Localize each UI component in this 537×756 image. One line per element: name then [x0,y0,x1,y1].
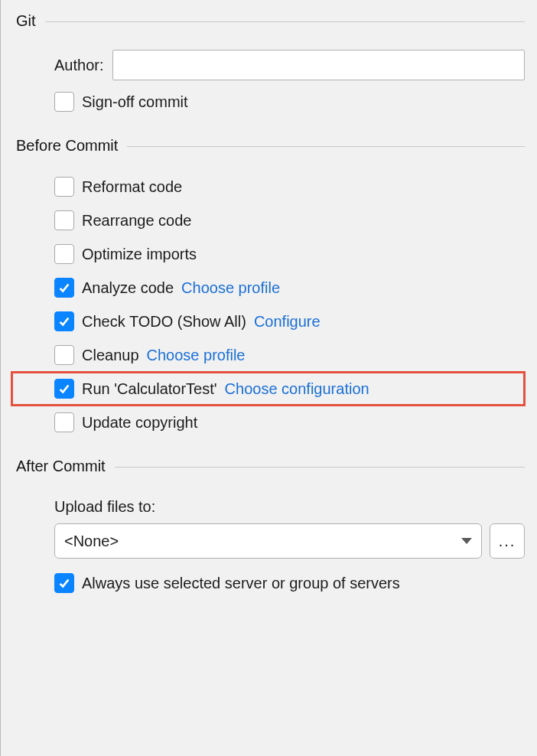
before-commit-link[interactable]: Configure [254,313,321,331]
before-commit-link[interactable]: Choose configuration [225,380,369,398]
upload-label: Upload files to: [54,498,155,515]
git-header: Git [16,12,525,30]
before-commit-checkbox[interactable] [54,311,74,331]
before-commit-label: Run 'CalculatorTest' [82,380,217,398]
after-commit-header: After Commit [16,458,525,475]
upload-label-row: Upload files to: [16,490,525,520]
before-commit-item: Analyze codeChoose profile [16,271,525,305]
before-commit-item: Rearrange code [16,204,525,237]
divider [127,146,525,147]
git-section: Git Author: Sign-off commit [5,0,537,125]
browse-button[interactable]: ... [490,523,525,559]
upload-value: <None> [64,533,119,550]
signoff-checkbox[interactable] [54,92,74,112]
before-commit-header: Before Commit [16,137,525,155]
before-commit-item: Reformat code [16,170,525,204]
before-commit-label: Reformat code [82,178,182,196]
upload-select[interactable]: <None> [54,523,482,559]
author-input[interactable] [112,50,525,80]
always-use-checkbox[interactable] [54,573,74,593]
divider [115,467,525,468]
signoff-row: Sign-off commit [16,85,525,119]
before-commit-item: Check TODO (Show All)Configure [16,305,525,338]
before-commit-checkbox[interactable] [54,244,74,264]
before-commit-item: Update copyright [16,406,525,439]
before-commit-item: CleanupChoose profile [16,338,525,372]
after-commit-section: After Commit Upload files to: <None> ...… [5,445,537,606]
before-commit-checkbox[interactable] [54,412,74,432]
always-use-row: Always use selected server or group of s… [16,566,525,600]
before-commit-link[interactable]: Choose profile [147,347,246,364]
before-commit-checkbox[interactable] [54,177,74,197]
upload-row: <None> ... [16,520,525,566]
before-commit-label: Update copyright [82,414,197,432]
before-commit-checkbox[interactable] [54,379,74,399]
before-commit-section: Before Commit Reformat codeRearrange cod… [5,125,537,445]
before-commit-checkbox[interactable] [54,210,74,230]
author-label: Author: [54,57,103,74]
before-commit-checkbox[interactable] [54,278,74,298]
always-use-label: Always use selected server or group of s… [82,575,400,592]
signoff-label: Sign-off commit [82,93,188,111]
before-commit-label: Check TODO (Show All) [82,313,246,331]
git-title: Git [16,12,36,30]
before-commit-label: Rearrange code [82,212,191,230]
chevron-down-icon [461,538,472,544]
author-row: Author: [16,45,525,85]
before-commit-label: Cleanup [82,347,139,364]
before-commit-checkbox[interactable] [54,345,74,365]
after-commit-title: After Commit [16,458,106,475]
before-commit-title: Before Commit [16,137,118,155]
ellipsis-icon: ... [499,533,516,550]
before-commit-item: Run 'CalculatorTest'Choose configuration [11,372,525,406]
before-commit-link[interactable]: Choose profile [181,279,280,297]
before-commit-label: Analyze code [82,279,174,297]
before-commit-item: Optimize imports [16,237,525,271]
before-commit-label: Optimize imports [82,246,197,263]
divider [45,21,525,22]
